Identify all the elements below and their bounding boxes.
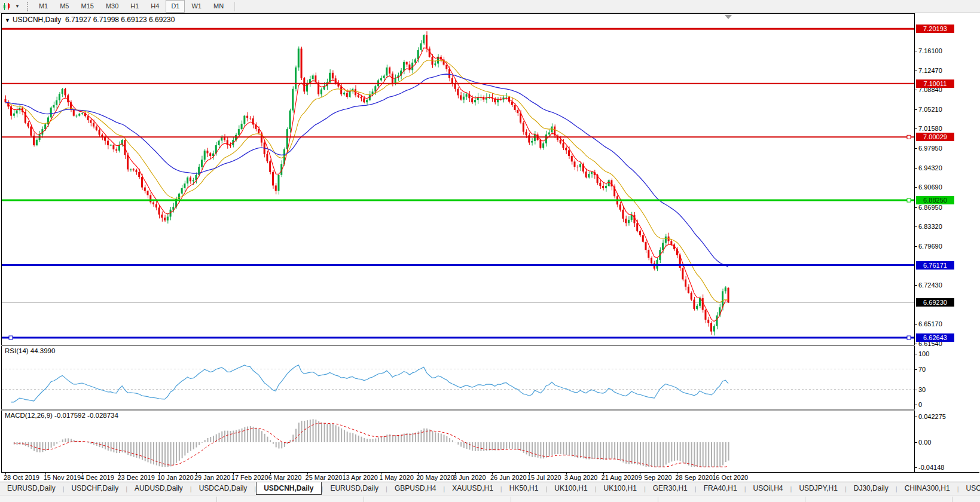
price-tick-label: 6.83320 xyxy=(918,222,942,231)
level-price-label-6.62643: 6.62643 xyxy=(916,333,954,342)
price-tick-label: 6.94320 xyxy=(918,164,942,172)
hline-handle-right[interactable] xyxy=(907,336,911,339)
rsi-axis-label: 30 xyxy=(918,385,926,394)
candlesticks xyxy=(5,31,729,335)
chart-tab-usdchf-daily[interactable]: USDCHF,Daily xyxy=(65,482,126,495)
chart-tab-usdcnh-daily[interactable]: USDCNH,Daily xyxy=(256,482,321,495)
status-bar-divider xyxy=(658,497,658,502)
timeframe-button-d1[interactable]: D1 xyxy=(166,0,185,13)
price-tick-label: 6.65170 xyxy=(918,320,942,328)
rsi-axis-label: 70 xyxy=(918,365,926,374)
date-label: 28 Oct 2019 xyxy=(4,474,39,481)
chart-tab-xauusd-h1[interactable]: XAUUSD,H1 xyxy=(445,482,500,495)
axis-tick-mark xyxy=(915,90,917,90)
candlestick-chart-icon[interactable] xyxy=(0,2,14,11)
timeframe-toolbar: ▼ M1M5M15M30H1H4D1W1MN xyxy=(0,0,980,13)
chart-tab-fra40-h1[interactable]: FRA40,H1 xyxy=(697,482,744,495)
axis-tick-mark xyxy=(915,226,917,227)
timeframe-button-m1[interactable]: M1 xyxy=(33,0,53,13)
macd-indicator-label: MACD(12,26,9) -0.017592 -0.028734 xyxy=(5,412,118,419)
axis-tick-mark xyxy=(915,369,917,370)
chart-tab-usdjpy-h1[interactable]: USDJPY,H1 xyxy=(792,482,844,495)
price-tick-label: 6.90690 xyxy=(918,183,942,191)
chart-tab-ger30-h1[interactable]: GER30,H1 xyxy=(646,482,695,495)
ma-mid-line[interactable] xyxy=(5,60,728,302)
price-axis[interactable]: 7.161007.124707.088407.052107.015806.979… xyxy=(915,13,980,472)
price-tick-label: 6.97950 xyxy=(918,144,942,152)
axis-tick-mark xyxy=(915,51,917,51)
chart-title-caret-icon[interactable]: ▼ xyxy=(5,17,10,23)
main-price-chart[interactable] xyxy=(2,14,914,345)
trading-platform-window: ▼ M1M5M15M30H1H4D1W1MN ▼USDCNH,Daily 6.7… xyxy=(0,0,980,502)
timeframe-button-m15[interactable]: M15 xyxy=(75,0,99,13)
level-price-label-6.76171: 6.76171 xyxy=(916,261,954,270)
date-axis[interactable]: 28 Oct 201915 Nov 20194 Dec 201923 Dec 2… xyxy=(2,473,915,482)
chart-tab-eurusd-daily[interactable]: EURUSD,Daily xyxy=(0,482,63,495)
axis-tick-mark xyxy=(915,187,917,188)
axis-tick-mark xyxy=(915,285,917,286)
rsi-axis-label: 0 xyxy=(918,400,922,409)
macd-histogram xyxy=(14,419,729,467)
chart-symbol-period: USDCNH,Daily xyxy=(13,16,61,24)
hline-handle-right[interactable] xyxy=(907,198,911,202)
axis-tick-mark xyxy=(915,390,917,390)
status-bar-divider xyxy=(805,497,805,502)
level-price-label-7.10011: 7.10011 xyxy=(916,79,954,88)
axis-tick-mark xyxy=(915,344,917,344)
level-price-label-7.20193: 7.20193 xyxy=(916,25,954,33)
timeframe-button-m5[interactable]: M5 xyxy=(54,0,74,13)
axis-tick-mark xyxy=(915,442,917,443)
timeframe-button-w1[interactable]: W1 xyxy=(186,0,207,13)
status-bar-divider xyxy=(952,497,952,502)
axis-tick-mark xyxy=(915,467,917,468)
status-bar-divider xyxy=(364,497,364,502)
rsi-panel-chart[interactable] xyxy=(2,346,914,409)
axis-tick-mark xyxy=(915,405,917,405)
chart-tab-usoil-h4[interactable]: USOil,H4 xyxy=(746,482,790,495)
chart-tab-usoil-h1[interactable]: USOil,H1 xyxy=(959,482,980,495)
chart-tab-uk100-h1[interactable]: UK100,H1 xyxy=(547,482,594,495)
ma-slow-line[interactable] xyxy=(5,74,728,267)
chart-tab-usdcad-daily[interactable]: USDCAD,Daily xyxy=(192,482,255,495)
chart-tab-hk50-h1[interactable]: HK50,H1 xyxy=(502,482,546,495)
date-label: 28 Sep 2020 xyxy=(675,474,712,481)
chart-tab-gbpusd-h4[interactable]: GBPUSD,H4 xyxy=(387,482,443,495)
chart-tab-uk100-h1[interactable]: UK100,H1 xyxy=(597,482,644,495)
macd-panel-chart[interactable] xyxy=(2,411,914,472)
chart-tab-audusd-daily[interactable]: AUDUSD,Daily xyxy=(127,482,190,495)
status-bar-divider xyxy=(511,497,511,502)
toolbar-grip-handle[interactable] xyxy=(27,2,29,11)
date-label: 23 Dec 2019 xyxy=(117,474,154,481)
chart-shift-marker[interactable] xyxy=(725,15,732,19)
axis-tick-mark xyxy=(915,71,917,71)
macd-axis-label: 0.042275 xyxy=(918,412,946,421)
hline-handle-right[interactable] xyxy=(907,135,911,139)
date-label: 4 Dec 2019 xyxy=(81,474,114,481)
timeframe-button-h4[interactable]: H4 xyxy=(145,0,164,13)
timeframe-button-h1[interactable]: H1 xyxy=(125,0,144,13)
date-label: 8 Jun 2020 xyxy=(453,474,486,481)
date-label: 25 Mar 2020 xyxy=(306,474,343,481)
chart-ohlc-values: 6.71927 6.71998 6.69123 6.69230 xyxy=(65,16,175,24)
current-price-label: 6.69230 xyxy=(916,298,954,307)
rsi-indicator-label: RSI(14) 44.3990 xyxy=(5,347,55,354)
timeframe-button-mn[interactable]: MN xyxy=(208,0,229,13)
axis-tick-mark xyxy=(915,246,917,247)
price-tick-label: 7.05210 xyxy=(918,105,942,114)
chart-tab-eurusd-daily[interactable]: EURUSD,Daily xyxy=(323,482,386,495)
chevron-down-icon[interactable]: ▼ xyxy=(14,4,23,9)
axis-tick-mark xyxy=(915,128,917,129)
timeframe-button-m30[interactable]: M30 xyxy=(100,0,124,13)
rsi-line xyxy=(11,365,729,402)
date-label: 10 Jan 2020 xyxy=(157,474,194,481)
axis-tick-mark xyxy=(915,207,917,208)
hline-handle-left[interactable] xyxy=(9,336,13,339)
level-price-label-7.00029: 7.00029 xyxy=(916,133,954,141)
chart-tab-china300-h1[interactable]: CHINA300,H1 xyxy=(897,482,957,495)
chart-tabs-bar: EURUSD,Daily|USDCHF,Daily|AUDUSD,Daily|U… xyxy=(0,482,980,495)
date-label: 17 Feb 2020 xyxy=(231,474,268,481)
date-label: 13 Apr 2020 xyxy=(342,474,377,481)
ma-fast-line[interactable] xyxy=(5,48,728,322)
chart-tab-dj30-daily[interactable]: DJ30,Daily xyxy=(847,482,896,495)
axis-tick-mark xyxy=(915,109,917,110)
